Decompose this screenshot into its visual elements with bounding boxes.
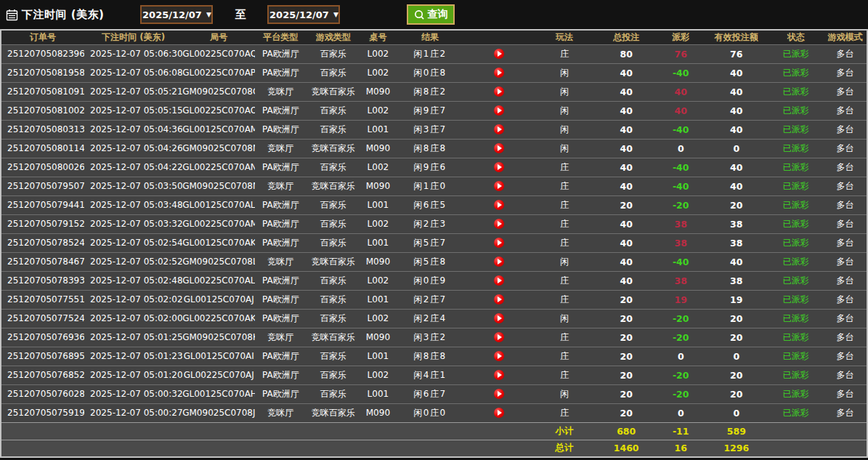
- video-play-icon[interactable]: [494, 181, 504, 191]
- platform-cell: 竞咪厅: [255, 139, 306, 158]
- result-cell: 闲6庄7: [395, 384, 464, 403]
- subtotal-row: 小计 680 -11 589: [1, 422, 867, 440]
- platform-cell: PA欧洲厅: [255, 347, 306, 366]
- order-id-cell: 251207050819584: [1, 63, 84, 82]
- video-play-icon[interactable]: [494, 351, 504, 361]
- table-row: 2512070508100222025-12-07 05:05:15GL0022…: [1, 101, 867, 120]
- play-type-cell: 闲: [534, 139, 596, 158]
- status-cell: 已派彩: [768, 158, 824, 177]
- payout-cell: -40: [657, 120, 705, 139]
- result-cell: 闲8庄8: [395, 347, 464, 366]
- round-id-cell: GL00225C070AN: [182, 158, 255, 177]
- game-type-cell: 百家乐: [306, 63, 360, 82]
- bet-time-cell: 2025-12-07 05:02:48: [84, 271, 182, 290]
- table-row: 2512070508195842025-12-07 05:06:08GL0022…: [1, 63, 867, 82]
- valid-bet-cell: 38: [705, 271, 768, 290]
- video-play-icon[interactable]: [494, 408, 504, 418]
- round-id-cell: GM09025C0708O: [182, 82, 255, 101]
- table-no-cell: M090: [360, 252, 395, 271]
- table-row: 2512070508031362025-12-07 05:04:36GL0012…: [1, 120, 867, 139]
- total-bet-cell: 20: [596, 366, 657, 384]
- status-cell: 已派彩: [768, 101, 824, 120]
- table-row: 2512070507602882025-12-07 05:00:32GL0012…: [1, 384, 867, 403]
- chevron-down-icon: ▼: [206, 11, 211, 18]
- video-play-icon[interactable]: [494, 238, 504, 248]
- order-id-cell: 251207050775514: [1, 290, 84, 309]
- date-from-select[interactable]: 2025/12/07 ▼: [140, 5, 213, 24]
- bet-time-cell: 2025-12-07 05:03:48: [84, 195, 182, 214]
- valid-bet-cell: 76: [705, 44, 768, 63]
- payout-cell: -20: [657, 384, 705, 403]
- video-play-icon[interactable]: [494, 105, 504, 116]
- valid-bet-cell: 38: [705, 214, 768, 233]
- video-play-icon[interactable]: [494, 124, 504, 134]
- play-type-cell: 庄: [534, 177, 596, 195]
- page-title: 下注时间 (美东): [22, 8, 104, 22]
- date-to-select[interactable]: 2025/12/07 ▼: [267, 5, 340, 24]
- replay-cell: [465, 233, 534, 252]
- column-header: 状态: [768, 30, 824, 44]
- play-type-cell: 庄: [534, 44, 596, 63]
- video-play-icon[interactable]: [494, 162, 504, 172]
- column-header: 游戏类型: [306, 30, 360, 44]
- status-cell: 已派彩: [768, 328, 824, 347]
- game-type-cell: 百家乐: [306, 101, 360, 120]
- valid-bet-cell: 40: [705, 120, 768, 139]
- table-row: 2512070508002632025-12-07 05:04:22GL0022…: [1, 158, 867, 177]
- payout-cell: -40: [657, 63, 705, 82]
- video-play-icon[interactable]: [494, 370, 504, 380]
- replay-cell: [465, 44, 534, 63]
- game-mode-cell: 多台: [824, 328, 867, 347]
- replay-cell: [465, 366, 534, 384]
- bet-time-cell: 2025-12-07 05:02:52: [84, 252, 182, 271]
- query-button[interactable]: 查询: [407, 4, 455, 25]
- table-row: 2512070508239642025-12-07 05:06:30GL0022…: [1, 44, 867, 63]
- platform-cell: 竞咪厅: [255, 403, 306, 422]
- replay-cell: [465, 101, 534, 120]
- video-play-icon[interactable]: [494, 275, 504, 286]
- table-no-cell: L002: [360, 271, 395, 290]
- video-play-icon[interactable]: [494, 200, 504, 210]
- subtotal-label: 小计: [534, 422, 596, 440]
- result-cell: 闲1庄0: [395, 177, 464, 195]
- video-play-icon[interactable]: [494, 332, 504, 342]
- status-cell: 已派彩: [768, 233, 824, 252]
- valid-bet-cell: 40: [705, 158, 768, 177]
- video-play-icon[interactable]: [494, 68, 504, 78]
- bet-time-cell: 2025-12-07 05:01:20: [84, 366, 182, 384]
- bet-time-cell: 2025-12-07 05:04:36: [84, 120, 182, 139]
- column-header: 桌号: [360, 30, 395, 44]
- table-no-cell: L001: [360, 384, 395, 403]
- table-row: 2512070508011472025-12-07 05:04:26GM0902…: [1, 139, 867, 158]
- game-mode-cell: 多台: [824, 347, 867, 366]
- result-cell: 闲9庄7: [395, 101, 464, 120]
- video-play-icon[interactable]: [494, 294, 504, 304]
- video-play-icon[interactable]: [494, 389, 504, 399]
- total-total-bet: 1460: [596, 440, 657, 457]
- valid-bet-cell: 0: [705, 139, 768, 158]
- video-play-icon[interactable]: [494, 313, 504, 323]
- game-mode-cell: 多台: [824, 44, 867, 63]
- video-play-icon[interactable]: [494, 86, 504, 97]
- game-mode-cell: 多台: [824, 120, 867, 139]
- result-cell: 闲2庄3: [395, 214, 464, 233]
- order-id-cell: 251207050785241: [1, 233, 84, 252]
- video-play-icon[interactable]: [494, 143, 504, 153]
- video-play-icon[interactable]: [494, 49, 504, 59]
- play-type-cell: 庄: [534, 366, 596, 384]
- payout-cell: 0: [657, 347, 705, 366]
- valid-bet-cell: 0: [705, 347, 768, 366]
- bet-time-cell: 2025-12-07 05:04:26: [84, 139, 182, 158]
- game-type-cell: 百家乐: [306, 384, 360, 403]
- valid-bet-cell: 38: [705, 233, 768, 252]
- round-id-cell: GL00225C070AP: [182, 63, 255, 82]
- video-play-icon[interactable]: [494, 219, 504, 229]
- status-cell: 已派彩: [768, 384, 824, 403]
- game-mode-cell: 多台: [824, 139, 867, 158]
- platform-cell: 竞咪厅: [255, 82, 306, 101]
- video-play-icon[interactable]: [494, 257, 504, 267]
- valid-bet-cell: 40: [705, 63, 768, 82]
- valid-bet-cell: 20: [705, 195, 768, 214]
- table-row: 2512070507689522025-12-07 05:01:23GL0012…: [1, 347, 867, 366]
- table-no-cell: M090: [360, 82, 395, 101]
